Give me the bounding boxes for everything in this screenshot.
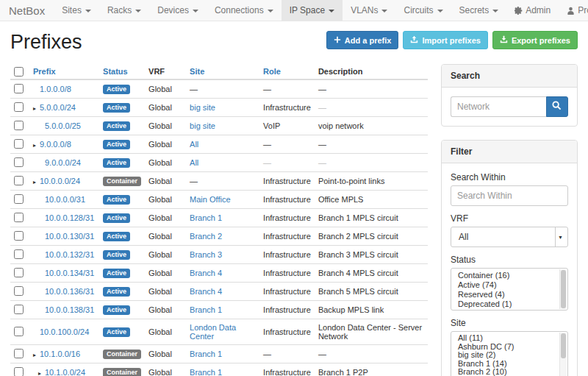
row-checkbox[interactable] [14,286,24,296]
role-cell: Infrastructure [259,171,315,190]
column-header-role[interactable]: Role [259,64,315,79]
select-all-checkbox[interactable] [14,67,24,77]
export-prefixes-button[interactable]: Export prefixes [492,31,578,49]
site-link[interactable]: Branch 1 [190,305,222,314]
site-link[interactable]: Branch 1 [190,213,222,222]
table-row: 10.0.0.128/31ActiveGlobalBranch 1Infrast… [10,208,428,227]
nav-item-ip-space[interactable]: IP Space [282,0,343,21]
row-checkbox[interactable] [14,349,24,358]
prefix-link[interactable]: 10.0.0.128/31 [45,213,94,222]
indent-spacer [33,238,38,239]
import-prefixes-button[interactable]: Import prefixes [403,31,487,49]
table-row: 10.0.0.138/31ActiveGlobalBranch 1Infrast… [10,300,428,319]
site-link[interactable]: Branch 2 [190,232,222,241]
nav-item-label: VLANs [351,5,378,15]
nav-item-sites[interactable]: Sites [54,0,99,21]
row-checkbox[interactable] [14,305,24,314]
table-header-row: PrefixStatusVRFSiteRoleDescription [10,64,428,79]
search-button[interactable] [546,96,568,117]
prefix-link[interactable]: 1.0.0.0/8 [40,85,71,93]
nav-item-admin[interactable]: Admin [506,0,559,21]
filter-option[interactable]: All (11) [451,334,559,343]
vrf-cell: Global [145,190,186,208]
nav-item-vlans[interactable]: VLANs [343,0,395,21]
navbar-right: AdminProfileLog out [506,0,588,21]
prefix-link[interactable]: 10.0.100.0/24 [40,327,89,336]
site-link[interactable]: Branch 4 [190,287,222,296]
prefix-link[interactable]: 10.0.0.0/31 [45,195,85,204]
column-header-status[interactable]: Status [99,64,145,79]
scrollbar-thumb[interactable] [561,333,566,358]
vrf-select[interactable]: All ▼ [451,227,568,247]
filter-option[interactable]: Reserved (4) [451,290,559,299]
column-header-prefix[interactable]: Prefix [29,64,99,79]
role-cell: Infrastructure [259,98,315,116]
prefix-link[interactable]: 10.0.0.132/31 [45,250,94,259]
row-checkbox[interactable] [14,139,24,149]
site-link[interactable]: All [190,158,198,167]
brand-link[interactable]: NetBox [4,0,54,21]
filter-option[interactable]: Active (74) [451,280,559,290]
row-checkbox[interactable] [14,157,24,167]
search-input[interactable] [451,96,546,117]
vrf-cell: Global [145,171,186,190]
prefix-link[interactable]: 10.0.0.130/31 [45,232,94,241]
expand-icon: ▸ [33,105,40,112]
row-checkbox[interactable] [14,121,24,130]
site-link[interactable]: Branch 1 [190,350,222,358]
filter-option[interactable]: Container (16) [451,271,559,280]
site-link[interactable]: Main Office [190,195,230,204]
scrollbar-track[interactable] [559,333,567,376]
row-checkbox[interactable] [14,84,24,93]
filter-panel: Filter Search Within VRF All ▼ Status Co… [441,140,578,376]
site-link[interactable]: Branch 4 [190,269,222,277]
row-checkbox[interactable] [14,268,24,277]
description-cell: London Data Center - Server Network [315,319,428,344]
prefix-link[interactable]: 10.1.0.0/16 [40,350,80,358]
nav-item-devices[interactable]: Devices [149,0,207,21]
nav-item-profile[interactable]: Profile [559,0,588,21]
search-within-input[interactable] [451,185,568,206]
plus-icon [334,36,341,45]
prefix-link[interactable]: 10.0.0.136/31 [45,287,94,296]
site-link[interactable]: Branch 1 [190,368,222,376]
prefix-link[interactable]: 5.0.0.0/24 [40,103,76,112]
prefix-link[interactable]: 10.0.0.0/24 [40,177,80,185]
site-link[interactable]: big site [190,121,215,130]
row-checkbox[interactable] [14,367,24,376]
row-checkbox[interactable] [14,176,24,185]
row-checkbox[interactable] [14,213,24,222]
table-body: 1.0.0.0/8ActiveGlobal———▸5.0.0.0/24Activ… [10,79,428,376]
site-link[interactable]: London Data Center [190,323,236,341]
row-checkbox[interactable] [14,231,24,241]
filter-option[interactable]: Deprecated (1) [451,299,559,309]
vrf-select-value: All [459,232,468,242]
nav-item-circuits[interactable]: Circuits [395,0,451,21]
search-icon [552,101,562,113]
prefix-link[interactable]: 5.0.0.0/25 [45,121,81,130]
scrollbar-thumb[interactable] [561,270,566,308]
nav-item-racks[interactable]: Racks [99,0,149,21]
filter-option[interactable]: big site (2) [451,351,559,360]
expand-icon: ▸ [33,352,40,358]
role-cell: — [259,153,315,171]
row-checkbox[interactable] [14,194,24,204]
scrollbar-track[interactable] [559,269,567,309]
nav-item-connections[interactable]: Connections [207,0,282,21]
row-checkbox[interactable] [14,327,24,336]
nav-item-secrets[interactable]: Secrets [451,0,507,21]
site-link[interactable]: Branch 3 [190,250,222,259]
prefix-link[interactable]: 10.0.0.134/31 [45,269,94,277]
row-checkbox[interactable] [14,249,24,259]
prefix-link[interactable]: 9.0.0.0/24 [45,158,81,167]
site-link[interactable]: big site [190,103,215,112]
add-a-prefix-button[interactable]: Add a prefix [326,31,399,49]
status-badge: Container [103,368,141,376]
site-link[interactable]: All [190,140,198,149]
column-header-site[interactable]: Site [186,64,259,79]
prefix-link[interactable]: 10.1.0.0/24 [45,368,85,376]
filter-option[interactable]: Branch 2 (10) [451,368,559,376]
row-checkbox[interactable] [14,102,24,112]
prefix-link[interactable]: 9.0.0.0/8 [40,140,71,149]
prefix-link[interactable]: 10.0.0.138/31 [45,305,94,314]
